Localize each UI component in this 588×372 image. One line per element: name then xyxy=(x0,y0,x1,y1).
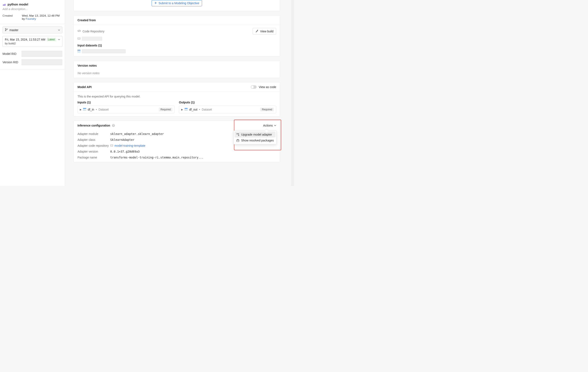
view-as-code-label: View as code xyxy=(259,85,276,89)
svg-rect-5 xyxy=(77,50,80,50)
code-icon xyxy=(77,29,81,33)
version-time: Fri, Mar 15, 2024, 11:53:27 AM xyxy=(5,38,45,41)
input-type: Dataset xyxy=(98,108,109,111)
created-from-panel: Created from Code Repository xyxy=(74,15,280,56)
version-select[interactable]: Fri, Mar 15, 2024, 11:53:27 AM Latest by… xyxy=(2,36,62,47)
repo-name-redacted xyxy=(82,37,102,41)
input-dataset-redacted xyxy=(82,49,126,53)
adapter-version-value: 0.0.1+37.g28d69a3 xyxy=(110,150,276,153)
required-badge: Required xyxy=(159,108,172,111)
view-as-code-toggle[interactable] xyxy=(251,85,257,89)
repo-icon xyxy=(110,144,113,147)
submit-bar: Submit to a Modeling Objective xyxy=(74,0,280,11)
svg-rect-9 xyxy=(83,108,86,109)
version-rid-value[interactable] xyxy=(21,59,62,65)
version-rid-label: Version RID xyxy=(2,61,19,64)
upgrade-model-adapter-item[interactable]: Upgrade model adapter xyxy=(235,131,275,137)
model-api-panel: Model API View as code This is the expec… xyxy=(74,82,280,116)
branch-icon xyxy=(5,28,8,32)
inference-config-header: Inference configuration xyxy=(77,124,110,127)
help-icon[interactable]: ? xyxy=(112,124,115,127)
package-name-label: Package name xyxy=(77,156,110,159)
dataset-icon xyxy=(77,50,80,53)
upgrade-icon xyxy=(236,133,239,136)
inputs-title: Inputs (1) xyxy=(77,101,175,104)
actions-popover: Upgrade model adapter Show resolved pack… xyxy=(233,131,277,144)
created-value: Wed, Mar 13, 2024, 12:48 PM by Foundry xyxy=(22,14,62,20)
code-repository-label: Code Repository xyxy=(83,30,104,33)
branch-select[interactable]: master xyxy=(2,26,62,33)
adapter-repo-link[interactable]: model-training-template xyxy=(115,144,145,147)
input-name: df_in xyxy=(88,108,94,111)
svg-rect-16 xyxy=(110,145,113,146)
chevron-down-icon xyxy=(58,28,60,32)
chevron-down-icon xyxy=(58,38,60,41)
hammer-icon xyxy=(255,29,258,33)
version-notes-panel: Version notes No version notes xyxy=(74,61,280,78)
plus-icon xyxy=(154,1,157,5)
svg-point-18 xyxy=(238,135,239,136)
model-rid-value[interactable] xyxy=(21,51,62,57)
branch-select-label: master xyxy=(10,28,19,32)
main-content: Submit to a Modeling Objective Created f… xyxy=(65,0,294,186)
inference-config-panel: Inference configuration ? Actions Adapte… xyxy=(74,121,280,162)
description-placeholder[interactable]: Add a description... xyxy=(2,7,62,11)
svg-rect-19 xyxy=(237,140,239,142)
model-rid-label: Model RID xyxy=(2,52,19,55)
repo-icon xyxy=(77,37,80,40)
created-label: Created xyxy=(2,14,22,20)
latest-badge: Latest xyxy=(47,38,56,41)
required-badge: Required xyxy=(260,108,274,111)
sidebar: python model Add a description... Create… xyxy=(0,0,65,186)
scrollbar[interactable] xyxy=(291,0,294,186)
svg-point-2 xyxy=(7,29,8,30)
svg-point-0 xyxy=(5,28,6,29)
model-icon xyxy=(2,3,6,6)
adapter-repo-label: Adapter code repository xyxy=(77,144,110,147)
caret-right-icon: ▶ xyxy=(80,108,82,111)
adapter-module-label: Adapter module xyxy=(77,132,110,136)
dataset-icon xyxy=(185,108,188,111)
svg-rect-13 xyxy=(185,108,188,109)
chevron-down-icon xyxy=(274,124,276,127)
created-from-header: Created from xyxy=(77,19,96,22)
adapter-class-label: Adapter class xyxy=(77,138,110,142)
adapter-version-label: Adapter version xyxy=(77,150,110,153)
actions-dropdown-trigger[interactable]: Actions xyxy=(263,124,276,127)
package-name-value: transforms-model-training-ri.stemma.main… xyxy=(110,156,276,159)
output-type: Dataset xyxy=(202,108,212,111)
view-build-button[interactable]: View build xyxy=(253,28,276,34)
input-datasets-header: Input datasets (1) xyxy=(77,44,276,47)
package-icon xyxy=(236,139,239,142)
submit-to-objective-button[interactable]: Submit to a Modeling Objective xyxy=(152,0,202,6)
dataset-icon xyxy=(83,108,86,111)
svg-point-17 xyxy=(237,133,238,134)
model-api-description: This is the expected API for querying th… xyxy=(77,95,276,98)
input-item[interactable]: ▶ df_in • Dataset Required xyxy=(77,106,175,113)
svg-point-1 xyxy=(5,30,6,31)
output-item[interactable]: ▶ df_out • Dataset Required xyxy=(179,106,276,113)
show-resolved-packages-item[interactable]: Show resolved packages xyxy=(235,137,275,143)
outputs-title: Outputs (1) xyxy=(179,101,276,104)
caret-right-icon: ▶ xyxy=(181,108,183,111)
svg-rect-3 xyxy=(78,38,80,40)
created-by-link[interactable]: Foundry xyxy=(26,17,36,20)
model-api-header: Model API xyxy=(77,85,92,89)
output-name: df_out xyxy=(189,108,197,111)
version-by: by build2 xyxy=(5,42,56,45)
model-title: python model xyxy=(8,2,28,6)
version-notes-empty: No version notes xyxy=(77,71,276,75)
version-notes-header: Version notes xyxy=(77,64,97,67)
